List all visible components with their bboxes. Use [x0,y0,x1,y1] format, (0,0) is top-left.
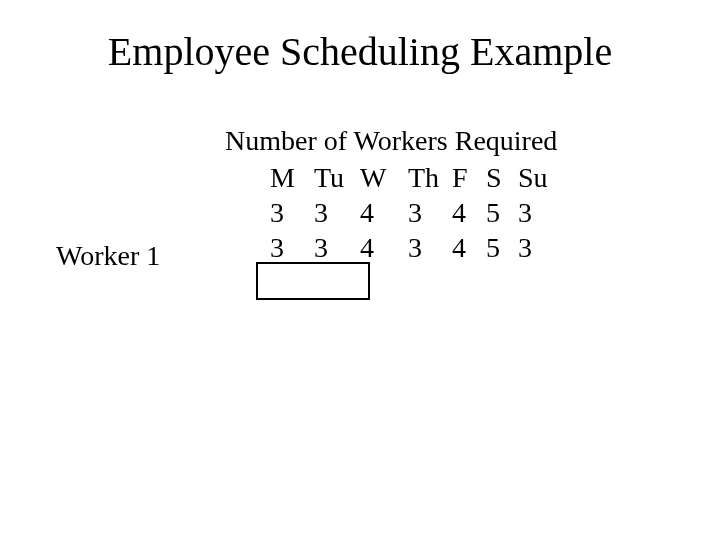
w1-w: 4 [360,232,408,264]
req-th: 3 [408,197,452,229]
header-s: S [486,162,518,194]
req-f: 4 [452,197,486,229]
header-su: Su [518,162,560,194]
header-f: F [452,162,486,194]
header-tu: Tu [314,162,360,194]
header-th: Th [408,162,452,194]
schedule-table: M Tu W Th F S Su 3 3 4 3 4 5 3 3 3 4 3 4… [268,160,560,265]
req-tu: 3 [314,197,360,229]
req-s: 5 [486,197,518,229]
w1-tu: 3 [314,232,360,264]
table-subtitle: Number of Workers Required [225,125,557,157]
req-su: 3 [518,197,560,229]
w1-su: 3 [518,232,560,264]
required-row: 3 3 4 3 4 5 3 [268,195,560,230]
worker-1-label: Worker 1 [56,240,160,272]
req-w: 4 [360,197,408,229]
req-m: 3 [268,197,314,229]
header-w: W [360,162,408,194]
w1-f: 4 [452,232,486,264]
w1-th: 3 [408,232,452,264]
slide-title: Employee Scheduling Example [0,0,720,75]
w1-m: 3 [268,232,314,264]
worker1-row: 3 3 4 3 4 5 3 [268,230,560,265]
w1-s: 5 [486,232,518,264]
highlight-box [256,262,370,300]
header-m: M [268,162,314,194]
header-row: M Tu W Th F S Su [268,160,560,195]
